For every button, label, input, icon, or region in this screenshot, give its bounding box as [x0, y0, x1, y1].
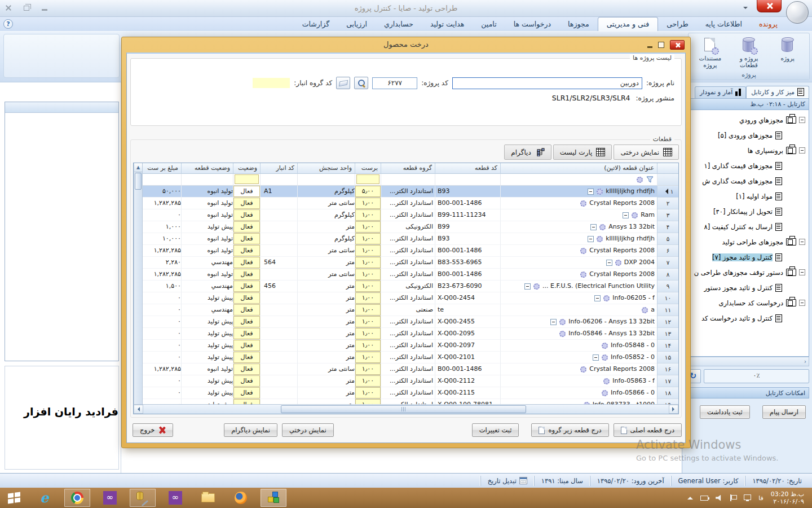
- send-message-button[interactable]: ارسال پیام: [762, 405, 806, 419]
- warehouse-group-code-input[interactable]: [253, 78, 290, 88]
- table-row[interactable]: ۲ Crystal Reports 2008 B00-001-1486 استا…: [133, 198, 678, 209]
- table-row[interactable]: ۹ ... E.F.U.S. (Electrical Function Util…: [133, 281, 678, 292]
- network-icon[interactable]: [744, 494, 751, 500]
- app-menu-orb[interactable]: [786, 1, 809, 24]
- tree-item[interactable]: کنترل و تائید مجوز دستور: [686, 280, 809, 295]
- table-row[interactable]: ۸ Crystal Reports 2008 B00-001-1486 استا…: [133, 269, 678, 281]
- language-indicator[interactable]: فا: [758, 494, 764, 502]
- filter-cell[interactable]: [297, 174, 355, 186]
- ribbon-tab[interactable]: گزارشات: [294, 17, 338, 31]
- scrollbar-thumb[interactable]: [281, 405, 526, 413]
- table-row[interactable]: ۶ Crystal Reports 2008 B00-001-1486 استا…: [133, 245, 678, 257]
- tree-item[interactable]: مجوزهای قیمت گذاری ش: [686, 173, 809, 189]
- gear-icon[interactable]: [637, 177, 643, 183]
- table-row[interactable]: ۱۳ Info-05846 - Ansys 13 32bit X-Q00-209…: [133, 328, 678, 340]
- ribbon-tab[interactable]: فنی و مدیریتی: [598, 17, 658, 31]
- tree-item[interactable]: تحویل از پیمانکار [۴۰]: [686, 204, 809, 219]
- column-header[interactable]: کد انبار: [260, 163, 297, 174]
- scrollbar-thumb[interactable]: [135, 173, 142, 190]
- battery-icon[interactable]: [700, 496, 708, 501]
- speaker-icon[interactable]: [716, 495, 722, 501]
- taskbar-file-explorer[interactable]: [195, 489, 221, 507]
- clear-button[interactable]: [336, 77, 350, 89]
- tab-stats-and-charts[interactable]: آمار و نمودار: [695, 86, 746, 98]
- dialog-close-button[interactable]: [670, 40, 685, 50]
- tree-item[interactable]: دستور توقف مجوزهای طراحی ن: [686, 265, 809, 280]
- table-row[interactable]: ۱۲ Info-06206 - Ansys 13 32bit X-Q00-245…: [133, 316, 678, 328]
- view-tab[interactable]: پارت لیست: [553, 144, 612, 160]
- collapse-icon[interactable]: [524, 283, 531, 290]
- tab-desk-and-kartabl[interactable]: میز کار و کارتابل: [746, 86, 809, 98]
- action-center-flag-icon[interactable]: [730, 494, 736, 501]
- column-header[interactable]: وضعیت: [233, 163, 260, 174]
- project-and-parts-button[interactable]: پروژه و قطعات: [730, 37, 767, 68]
- ribbon-tab[interactable]: پرونده: [751, 17, 786, 31]
- filter-cell[interactable]: [233, 174, 260, 186]
- project-documents-button[interactable]: مستندات پروژه: [691, 37, 729, 68]
- start-button[interactable]: [0, 488, 28, 508]
- tree-item[interactable]: مجوزهاي ورودي: [686, 112, 809, 128]
- view-tab[interactable]: نمایش درختی: [614, 144, 679, 160]
- filter-cell[interactable]: [260, 174, 297, 186]
- column-header[interactable]: گروه قطعه: [381, 163, 435, 174]
- table-row[interactable]: ۵ kllllljljkhg rhdfjh B93 استاندارد الکت…: [133, 233, 678, 245]
- taskbar-internet-explorer[interactable]: e: [32, 489, 58, 507]
- table-row[interactable]: ۱ kllllljljkhg rhdfjh B93 استاندارد الکت…: [133, 186, 678, 198]
- ribbon-tab[interactable]: ارزیابی: [338, 17, 376, 31]
- view-tab[interactable]: دیاگرام: [504, 144, 551, 160]
- chevron-down-icon[interactable]: [743, 7, 748, 11]
- tree-item[interactable]: درخواست کد حسابداری: [686, 295, 809, 310]
- tree-horizontal-scrollbar[interactable]: ‹ ›: [685, 357, 809, 366]
- ribbon-tab[interactable]: طراحی: [658, 17, 696, 31]
- taskbar-visual-studio-2[interactable]: ∞: [162, 489, 188, 507]
- column-header[interactable]: وضعیت قطعه: [181, 163, 233, 174]
- save-note-button[interactable]: ثبت یادداشت: [700, 405, 750, 419]
- tree-item[interactable]: برونسپاری ها: [686, 143, 809, 158]
- insert-main-part-button[interactable]: درج قطعه اصلی: [614, 423, 682, 437]
- collapse-icon[interactable]: [606, 260, 612, 266]
- table-row[interactable]: ۱۶ Crystal Reports 2008 B00-001-1486 است…: [133, 364, 678, 375]
- table-row[interactable]: ۱۵ Info-05852 - 0 X-Q00-2101 استاندارد ا…: [133, 352, 678, 364]
- tree-item[interactable]: مواد اولیه [۱]: [686, 189, 809, 204]
- collapse-icon[interactable]: [593, 354, 599, 361]
- dialog-maximize-icon[interactable]: [658, 42, 664, 48]
- table-row[interactable]: ۷ DXP 2004 B83-553-6965 استاندارد الکتر.…: [133, 257, 678, 269]
- collapse-icon[interactable]: [799, 147, 805, 154]
- help-icon[interactable]: ?: [3, 19, 13, 29]
- column-header[interactable]: واحد سنجش: [297, 163, 355, 174]
- vertical-scrollbar[interactable]: ▲: [134, 163, 143, 404]
- convert-date-button[interactable]: تبدیل تاریخ: [481, 477, 534, 485]
- tree-item[interactable]: مجوزهای قیمت گذاری [۱: [686, 158, 809, 173]
- column-header[interactable]: عنوان قطعه (لاتین): [500, 163, 657, 174]
- filter-cell[interactable]: [435, 174, 500, 186]
- taskbar-active-app[interactable]: [261, 489, 286, 507]
- insert-sub-part-button[interactable]: درج قطعه زیر گروه: [531, 423, 608, 437]
- scroll-left-arrow[interactable]: ‹: [804, 358, 806, 365]
- ribbon-tab[interactable]: درخواست ها: [505, 17, 559, 31]
- table-row[interactable]: ۱۷ Info-05863 - f X-Q00-2112 استاندارد ا…: [133, 375, 678, 387]
- tree-item[interactable]: کنترل و تائید مجوز [۷]: [686, 249, 809, 265]
- filter-cell[interactable]: [381, 174, 435, 186]
- collapse-icon[interactable]: [799, 239, 805, 245]
- taskbar-firefox[interactable]: [228, 489, 254, 507]
- tree-item[interactable]: ارسال به کنترل کیفیت [۸: [686, 219, 809, 234]
- collapse-icon[interactable]: [550, 319, 557, 325]
- collapse-icon[interactable]: [588, 236, 594, 242]
- column-header[interactable]: [657, 163, 678, 174]
- ribbon-tab[interactable]: حسابداري: [376, 17, 422, 31]
- column-header[interactable]: کد قطعه: [435, 163, 500, 174]
- scroll-up-arrow[interactable]: ▲: [134, 163, 142, 172]
- collapse-icon[interactable]: [799, 269, 805, 275]
- filter-cell[interactable]: [181, 174, 233, 186]
- exit-button[interactable]: خروج: [133, 423, 173, 437]
- filter-funnel-icon[interactable]: [646, 176, 654, 183]
- project-name-input[interactable]: دوربین: [452, 77, 642, 89]
- ribbon-tab[interactable]: اطلاعات پایه: [697, 17, 751, 31]
- ribbon-tab[interactable]: هدایت تولید: [422, 17, 473, 31]
- collapse-icon[interactable]: [588, 189, 594, 195]
- table-row[interactable]: ۴ Ansys 13 32bit B99 الکترونیکی ۱٫۰۰ متر…: [133, 221, 678, 233]
- project-button[interactable]: پروژه: [769, 37, 806, 68]
- dialog-minimize-icon[interactable]: [647, 46, 652, 48]
- tree-item[interactable]: مجوزهای طراحی تولید: [686, 234, 809, 249]
- app-close-button[interactable]: [757, 0, 782, 12]
